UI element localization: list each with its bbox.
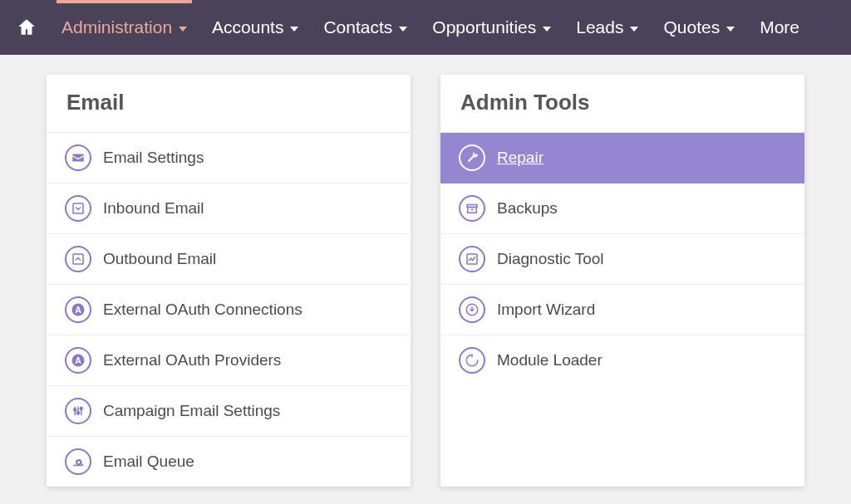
row-diagnostic-tool[interactable]: Diagnostic Tool	[440, 234, 804, 285]
nav-contacts[interactable]: Contacts	[313, 0, 417, 55]
sliders-icon	[65, 398, 91, 424]
nav-quotes[interactable]: Quotes	[653, 0, 745, 55]
outbox-icon	[65, 246, 91, 272]
nav-label: Quotes	[663, 17, 720, 37]
nav-label: Administration	[61, 17, 172, 37]
top-nav: Administration Accounts Contacts Opportu…	[0, 0, 851, 55]
chart-icon	[459, 246, 485, 272]
panel-admin-tools: Admin Tools Repair Backups Diagnostic To…	[440, 75, 804, 487]
nav-administration[interactable]: Administration	[52, 0, 197, 55]
svg-point-10	[77, 461, 80, 463]
row-email-queue[interactable]: Email Queue	[47, 437, 411, 487]
wrench-icon	[459, 144, 485, 171]
chevron-down-icon	[399, 27, 407, 32]
chevron-down-icon	[726, 27, 735, 32]
oauth-icon: A	[65, 296, 91, 323]
row-email-settings[interactable]: Email Settings	[47, 133, 411, 183]
loader-icon	[459, 347, 485, 374]
nav-label: Opportunities	[432, 17, 536, 37]
oauth-icon: A	[65, 347, 91, 374]
svg-point-6	[74, 409, 76, 411]
chevron-down-icon	[630, 27, 638, 32]
row-outbound-email[interactable]: Outbound Email	[47, 234, 411, 285]
panel-title-email: Email	[47, 75, 411, 133]
row-label: Module Loader	[497, 351, 603, 369]
row-backups[interactable]: Backups	[440, 183, 804, 234]
chevron-down-icon	[179, 27, 187, 32]
import-icon	[459, 296, 485, 323]
home-icon[interactable]	[15, 16, 38, 39]
row-label: Email Settings	[103, 149, 204, 167]
row-external-oauth-providers[interactable]: A External OAuth Providers	[47, 335, 411, 386]
row-module-loader[interactable]: Module Loader	[440, 335, 804, 385]
nav-label: More	[760, 17, 799, 37]
row-repair[interactable]: Repair	[440, 133, 804, 183]
chevron-down-icon	[543, 27, 551, 32]
row-label: Inbound Email	[103, 199, 204, 218]
row-label: Diagnostic Tool	[497, 250, 604, 268]
row-external-oauth-connections[interactable]: A External OAuth Connections	[47, 285, 411, 335]
nav-leads[interactable]: Leads	[566, 0, 648, 55]
row-label: Email Queue	[103, 453, 194, 471]
inbox-icon	[65, 195, 91, 222]
nav-label: Leads	[576, 17, 623, 37]
row-label: Repair	[497, 149, 544, 167]
snail-icon	[65, 448, 91, 475]
nav-opportunities[interactable]: Opportunities	[422, 0, 561, 55]
svg-point-8	[80, 408, 82, 410]
panel-title-admin-tools: Admin Tools	[440, 75, 804, 133]
nav-accounts[interactable]: Accounts	[202, 0, 308, 55]
row-label: External OAuth Providers	[103, 351, 281, 369]
svg-rect-0	[73, 203, 83, 213]
row-label: Import Wizard	[497, 301, 595, 319]
nav-label: Accounts	[212, 17, 283, 37]
archive-icon	[459, 195, 485, 222]
panel-email: Email Email Settings Inbound Email Outbo…	[47, 75, 411, 487]
admin-content: Email Email Settings Inbound Email Outbo…	[0, 55, 851, 504]
row-import-wizard[interactable]: Import Wizard	[440, 285, 804, 335]
svg-rect-1	[73, 254, 83, 264]
envelope-icon	[65, 144, 91, 171]
nav-more[interactable]: More	[750, 0, 809, 55]
row-label: External OAuth Connections	[103, 301, 303, 319]
chevron-down-icon	[290, 27, 298, 32]
svg-point-7	[77, 412, 80, 414]
row-label: Outbound Email	[103, 250, 216, 268]
row-inbound-email[interactable]: Inbound Email	[47, 183, 411, 234]
row-campaign-email-settings[interactable]: Campaign Email Settings	[47, 386, 411, 437]
svg-text:A: A	[75, 355, 81, 365]
row-label: Backups	[497, 199, 558, 218]
nav-label: Contacts	[323, 17, 392, 37]
row-label: Campaign Email Settings	[103, 402, 280, 420]
svg-text:A: A	[75, 305, 81, 315]
